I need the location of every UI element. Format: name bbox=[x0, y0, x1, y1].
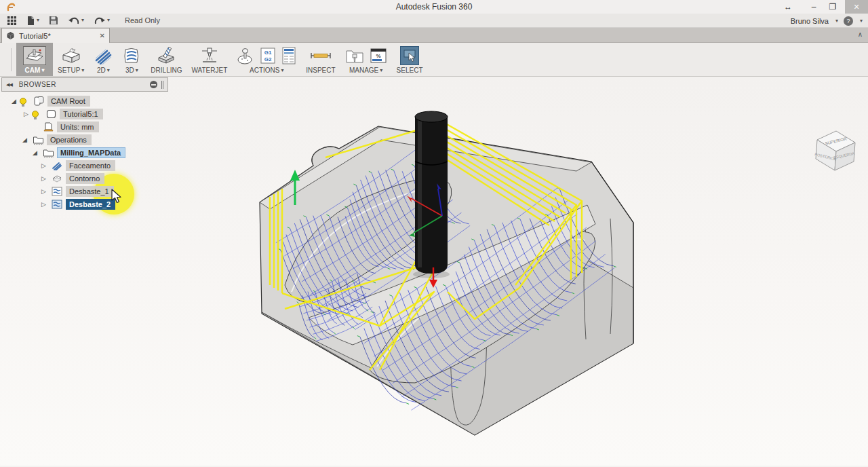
measure-icon bbox=[309, 47, 332, 64]
expander-icon[interactable]: ▷ bbox=[39, 175, 48, 182]
milling-3d-icon bbox=[122, 47, 141, 64]
toolbar-item-select[interactable]: SELECT bbox=[397, 43, 423, 76]
tree-row-desbaste-2: ▷ Desbaste_2 bbox=[1, 198, 168, 210]
visibility-bulb-icon[interactable] bbox=[20, 98, 26, 105]
tree-row-contorno: ▷ Contorno bbox=[1, 172, 168, 185]
browser-title: BROWSER bbox=[19, 81, 150, 88]
title-bar: Autodesk Fusion 360 ↔ – ❐ ✕ bbox=[0, 0, 868, 14]
save-button[interactable] bbox=[49, 16, 58, 25]
visibility-bulb-icon[interactable] bbox=[32, 111, 39, 117]
tree-item-label[interactable]: Tutorial5:1 bbox=[60, 109, 103, 119]
cam-root-icon bbox=[33, 96, 45, 106]
redo-button[interactable]: ▾ bbox=[94, 16, 110, 25]
tab-close-icon[interactable]: ✕ bbox=[100, 32, 105, 39]
svg-text:G2: G2 bbox=[264, 56, 272, 62]
toolbar-item-label: ACTIONS bbox=[250, 67, 279, 74]
operations-folder-icon bbox=[42, 148, 54, 157]
tree-item-label[interactable]: Operations bbox=[47, 134, 92, 145]
tree-item-label[interactable]: Contorno bbox=[66, 173, 104, 184]
window-maximize-icon[interactable]: ❐ bbox=[823, 0, 842, 14]
post-process-icon bbox=[237, 47, 254, 64]
expander-icon[interactable]: ◢ bbox=[20, 136, 29, 143]
toolbar-item-waterjet[interactable]: WATERJET bbox=[191, 43, 227, 76]
tree-item-label[interactable]: Milling_MAPData bbox=[57, 147, 125, 158]
toolbar-item-label: 3D bbox=[125, 67, 134, 74]
expander-icon[interactable]: ▷ bbox=[39, 201, 48, 208]
tree-row-tutorial5: ▷ Tutorial5:1 bbox=[1, 107, 168, 120]
cam-workspace-icon bbox=[25, 48, 44, 63]
tree-row-cam-root: ◢ CAM Root bbox=[1, 94, 168, 107]
tree-item-label[interactable]: CAM Root bbox=[47, 96, 90, 107]
browser-panel: ◀◀ BROWSER ◢ CAM Root ▷ Tutorial5:1 bbox=[1, 77, 168, 210]
app-grid-icon[interactable] bbox=[7, 16, 17, 26]
toolbar-item-3d[interactable]: 3D▾ bbox=[122, 43, 141, 76]
expander-icon[interactable]: ▷ bbox=[39, 188, 48, 195]
window-title: Autodesk Fusion 360 bbox=[0, 2, 868, 12]
read-only-status: Read Only bbox=[125, 16, 160, 24]
adaptive-icon bbox=[51, 200, 63, 209]
workspace-switcher-cam[interactable]: CAM▾ bbox=[16, 43, 53, 76]
toolbar-item-2d[interactable]: 2D▾ bbox=[94, 43, 113, 76]
tree-item-label[interactable]: Faceamento bbox=[66, 160, 115, 171]
toolbar-item-label: INSPECT bbox=[306, 67, 335, 74]
toolbar-grip[interactable] bbox=[11, 48, 12, 71]
caret-down-icon: ▾ bbox=[107, 18, 110, 23]
toolbar-item-label: SETUP bbox=[58, 67, 80, 74]
collapse-panel-icon[interactable]: ◀◀ bbox=[6, 82, 12, 88]
caret-down-icon: ▾ bbox=[81, 18, 84, 23]
tree-item-label[interactable]: Desbaste_2 bbox=[66, 199, 115, 210]
file-menu-button[interactable]: ▾ bbox=[26, 16, 39, 26]
document-tab-bar: Tutorial5* ✕ ∧ bbox=[0, 28, 868, 43]
toolbar-group-actions[interactable]: G1 G2 ACTIONS▾ bbox=[237, 43, 296, 76]
component-icon bbox=[45, 109, 57, 119]
panel-grip[interactable] bbox=[161, 81, 163, 89]
caret-down-icon: ▾ bbox=[81, 68, 84, 73]
tree-row-units: Units: mm bbox=[1, 120, 168, 133]
toolbar-item-label: SELECT bbox=[397, 67, 423, 74]
milling-2d-icon bbox=[94, 47, 113, 64]
toolbar-item-label: DRILLING bbox=[151, 67, 182, 74]
help-icon[interactable]: ? bbox=[844, 16, 853, 26]
window-minimize-icon[interactable]: – bbox=[804, 0, 823, 14]
caret-down-icon: ▾ bbox=[835, 18, 838, 24]
adaptive-icon bbox=[51, 187, 63, 196]
waterjet-icon bbox=[199, 47, 220, 64]
toolbar-item-label: CAM bbox=[25, 67, 41, 74]
toolbar-item-setup[interactable]: SETUP▾ bbox=[58, 43, 84, 76]
expander-icon[interactable]: ◢ bbox=[31, 149, 39, 156]
undo-button[interactable]: ▾ bbox=[68, 16, 84, 25]
window-close-icon[interactable]: ✕ bbox=[845, 0, 868, 14]
tree-item-label[interactable]: Desbaste_1 bbox=[66, 186, 114, 197]
browser-tree: ◢ CAM Root ▷ Tutorial5:1 bbox=[1, 94, 168, 210]
window-resize-icon[interactable]: ↔ bbox=[778, 0, 797, 14]
expander-icon[interactable]: ◢ bbox=[9, 98, 18, 105]
browser-header[interactable]: ◀◀ BROWSER bbox=[1, 77, 168, 92]
svg-text:%: % bbox=[376, 53, 380, 59]
hide-all-icon[interactable] bbox=[150, 81, 157, 88]
collapse-toolbar-icon[interactable]: ∧ bbox=[858, 31, 863, 38]
svg-text:G1: G1 bbox=[264, 50, 272, 56]
caret-down-icon: ▾ bbox=[281, 68, 283, 73]
setup-icon bbox=[61, 47, 81, 64]
quick-access-toolbar: ▾ ▾ ▾ Read Only Bruno Silva bbox=[0, 14, 868, 28]
document-tab[interactable]: Tutorial5* ✕ bbox=[1, 28, 110, 43]
tab-label: Tutorial5* bbox=[19, 32, 100, 40]
tree-row-faceamento: ▷ Faceamento bbox=[1, 159, 168, 172]
fusion360-window: Autodesk Fusion 360 ↔ – ❐ ✕ ▾ bbox=[0, 0, 868, 467]
user-menu[interactable]: Bruno Silva bbox=[791, 17, 829, 25]
select-cursor-icon bbox=[403, 50, 416, 62]
toolbar-item-drilling[interactable]: DRILLING bbox=[151, 43, 182, 76]
document-icon bbox=[6, 31, 15, 40]
nc-program-g1g2-icon: G1 G2 bbox=[260, 47, 276, 64]
operations-folder-icon bbox=[32, 135, 44, 145]
tool-library-icon bbox=[345, 47, 364, 64]
viewcube[interactable]: SUPERIOR POSTERIOR ESQUERDA bbox=[810, 124, 861, 176]
toolbar-item-inspect[interactable]: INSPECT bbox=[306, 43, 335, 76]
setup-sheet-icon bbox=[281, 47, 296, 64]
toolbar-group-manage[interactable]: % MANAGE▾ bbox=[345, 43, 387, 76]
expander-icon[interactable]: ▷ bbox=[22, 111, 31, 117]
tree-item-label[interactable]: Units: mm bbox=[57, 122, 99, 132]
drilling-icon bbox=[156, 47, 176, 64]
expander-icon[interactable]: ▷ bbox=[39, 162, 48, 169]
caret-down-icon: ▾ bbox=[41, 68, 44, 73]
